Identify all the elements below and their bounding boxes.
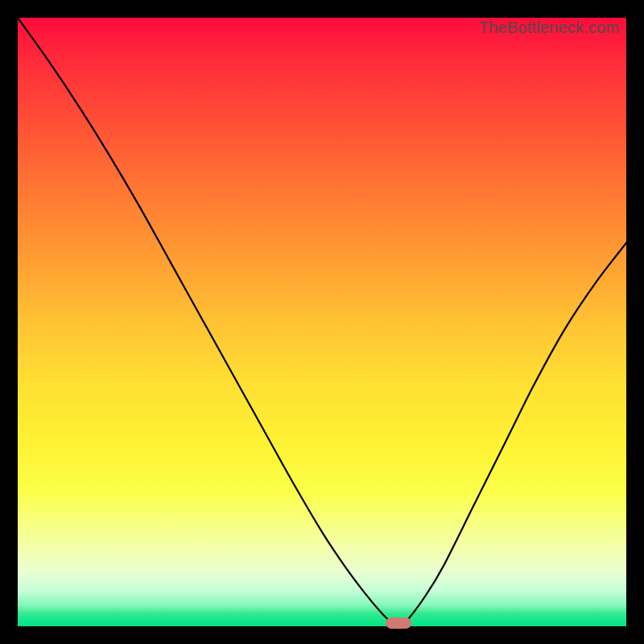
chart-frame: TheBottleneck.com (0, 0, 644, 644)
bottleneck-curve (18, 18, 626, 626)
plot-area: TheBottleneck.com (18, 18, 626, 626)
optimal-marker (386, 617, 411, 629)
